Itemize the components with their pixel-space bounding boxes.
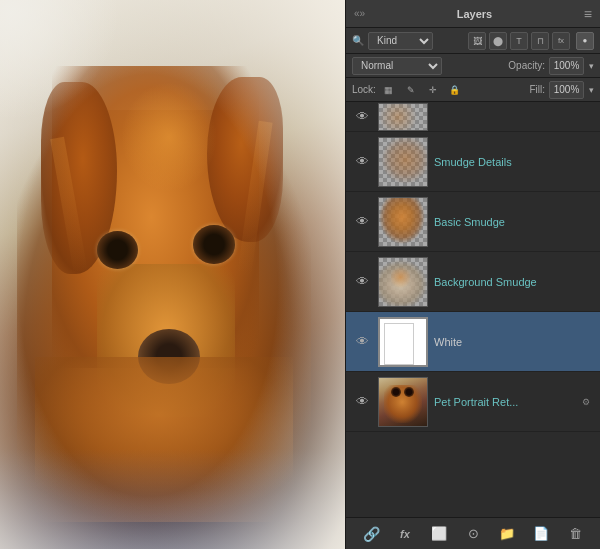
layer-visibility-partial[interactable]: 👁	[352, 109, 372, 124]
layer-visibility-pet-portrait[interactable]: 👁	[352, 394, 372, 409]
opacity-label: Opacity:	[508, 60, 545, 71]
filter-row: 🔍 Kind 🖼 ⬤ T ⊓ fx ●	[346, 28, 600, 54]
layer-item-bg-smudge[interactable]: 👁 Background Smudge	[346, 252, 600, 312]
filter-adjust-icon[interactable]: ⬤	[489, 32, 507, 50]
blend-mode-row: Normal Multiply Screen Overlay Opacity: …	[346, 54, 600, 78]
layer-name-smudge-details: Smudge Details	[434, 156, 594, 168]
layer-visibility-smudge-details[interactable]: 👁	[352, 154, 372, 169]
layer-item-white[interactable]: 👁 White	[346, 312, 600, 372]
panel-title: Layers	[457, 8, 492, 20]
layer-effects-button[interactable]: fx	[394, 523, 416, 545]
layer-thumb-bg-smudge	[378, 257, 428, 307]
filter-smartobject-icon[interactable]: fx	[552, 32, 570, 50]
canvas-area	[0, 0, 345, 549]
layer-name-white: White	[434, 336, 594, 348]
fill-input[interactable]	[549, 81, 584, 99]
layer-item-pet-portrait[interactable]: 👁 Pet Portrait Ret... ⚙	[346, 372, 600, 432]
layer-name-bg-smudge: Background Smudge	[434, 276, 594, 288]
delete-layer-button[interactable]: 🗑	[564, 523, 586, 545]
layer-settings-icon[interactable]: ⚙	[578, 394, 594, 410]
layer-visibility-basic-smudge[interactable]: 👁	[352, 214, 372, 229]
blend-mode-dropdown[interactable]: Normal Multiply Screen Overlay	[352, 57, 442, 75]
layer-thumb-basic-smudge	[378, 197, 428, 247]
layer-thumb-smudge-details	[378, 137, 428, 187]
add-mask-button[interactable]: ⬜	[428, 523, 450, 545]
lock-pixels-icon[interactable]: ▦	[380, 81, 398, 99]
filter-toggle[interactable]: ●	[576, 32, 594, 50]
layer-visibility-white[interactable]: 👁	[352, 334, 372, 349]
filter-magnifier-icon: 🔍	[352, 35, 364, 46]
filter-pixel-icon[interactable]: 🖼	[468, 32, 486, 50]
layer-thumb-pet-portrait	[378, 377, 428, 427]
lock-brush-icon[interactable]: ✎	[402, 81, 420, 99]
filter-text-icon[interactable]: T	[510, 32, 528, 50]
panel-header: «» Layers ≡	[346, 0, 600, 28]
fill-label: Fill:	[529, 84, 545, 95]
filter-shape-icon[interactable]: ⊓	[531, 32, 549, 50]
layer-item-partial[interactable]: 👁	[346, 102, 600, 132]
lock-move-icon[interactable]: ✛	[424, 81, 442, 99]
lock-label: Lock:	[352, 84, 376, 95]
fill-arrow[interactable]: ▾	[589, 85, 594, 95]
panel-menu-icon[interactable]: ≡	[584, 6, 592, 22]
layers-panel: «» Layers ≡ 🔍 Kind 🖼 ⬤ T ⊓ fx ● Normal M…	[345, 0, 600, 549]
opacity-arrow[interactable]: ▾	[589, 61, 594, 71]
panel-footer: 🔗 fx ⬜ ⊙ 📁 📄 🗑	[346, 517, 600, 549]
layer-thumb-partial	[378, 103, 428, 131]
new-adjustment-button[interactable]: ⊙	[462, 523, 484, 545]
panel-arrows: «»	[354, 8, 365, 19]
new-layer-button[interactable]: 📄	[530, 523, 552, 545]
layer-thumb-white	[378, 317, 428, 367]
opacity-input[interactable]	[549, 57, 584, 75]
filter-dropdown[interactable]: Kind	[368, 32, 433, 50]
layers-list: 👁 👁 Smudge Details 👁 Basic Smudge	[346, 102, 600, 517]
layer-item-smudge-details[interactable]: 👁 Smudge Details	[346, 132, 600, 192]
link-layers-button[interactable]: 🔗	[360, 523, 382, 545]
layer-name-basic-smudge: Basic Smudge	[434, 216, 594, 228]
lock-row: Lock: ▦ ✎ ✛ 🔒 Fill: ▾	[346, 78, 600, 102]
dog-painting	[0, 0, 345, 549]
filter-icons: 🖼 ⬤ T ⊓ fx	[468, 32, 570, 50]
lock-all-icon[interactable]: 🔒	[446, 81, 464, 99]
new-group-button[interactable]: 📁	[496, 523, 518, 545]
layer-name-pet-portrait: Pet Portrait Ret...	[434, 396, 578, 408]
layer-visibility-bg-smudge[interactable]: 👁	[352, 274, 372, 289]
layer-item-basic-smudge[interactable]: 👁 Basic Smudge	[346, 192, 600, 252]
